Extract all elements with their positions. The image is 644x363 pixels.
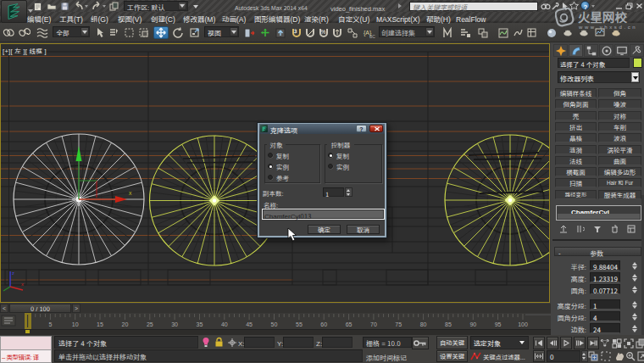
svg-text:85: 85 <box>445 321 452 327</box>
svg-text:20: 20 <box>122 321 129 327</box>
svg-text:z: z <box>12 271 14 276</box>
svg-text:45: 45 <box>246 321 253 327</box>
svg-text:90: 90 <box>469 321 476 327</box>
svg-text:70: 70 <box>370 321 377 327</box>
svg-text:35: 35 <box>197 321 203 327</box>
svg-text:x: x <box>129 190 132 196</box>
svg-text:75: 75 <box>395 321 402 327</box>
svg-text:25: 25 <box>147 321 153 327</box>
svg-text:15: 15 <box>97 321 103 327</box>
svg-text:3: 3 <box>294 27 297 35</box>
svg-text:95: 95 <box>495 321 502 327</box>
svg-text:BC: BC <box>369 33 375 38</box>
svg-text:40: 40 <box>221 321 228 327</box>
svg-text:50: 50 <box>271 321 278 327</box>
svg-text:火星网校: 火星网校 <box>578 8 627 25</box>
svg-text:80: 80 <box>420 321 427 327</box>
svg-text:%: % <box>321 27 326 36</box>
svg-text:60: 60 <box>320 321 327 327</box>
svg-text:100: 100 <box>518 321 528 327</box>
svg-text:www.vhxsd.cn: www.vhxsd.cn <box>578 25 637 30</box>
svg-text:10: 10 <box>72 321 79 327</box>
svg-text:55: 55 <box>296 321 303 327</box>
svg-text:30: 30 <box>171 321 178 327</box>
svg-text:x: x <box>21 282 24 287</box>
svg-text:5: 5 <box>48 321 52 327</box>
svg-text:65: 65 <box>346 321 353 327</box>
